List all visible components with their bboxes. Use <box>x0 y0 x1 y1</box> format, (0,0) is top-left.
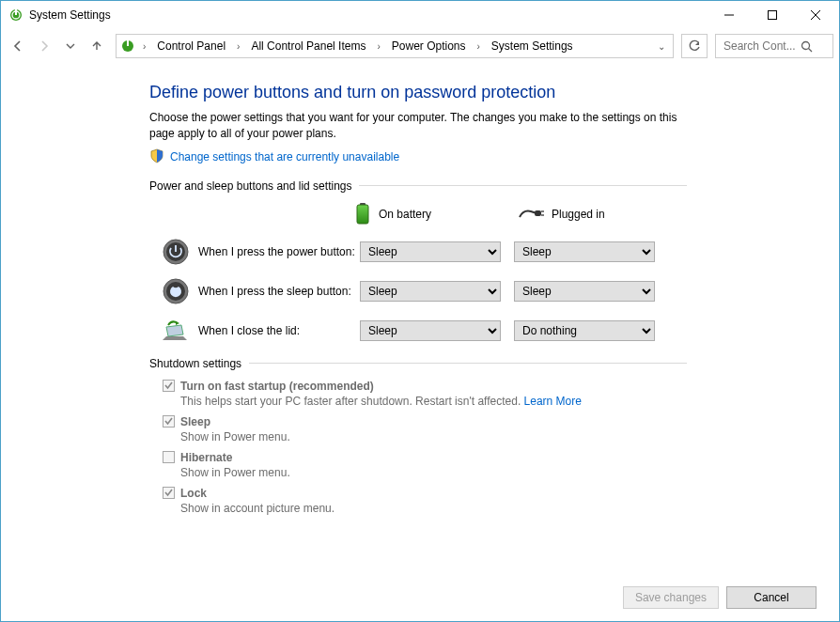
power-button-plugged-select[interactable]: Sleep <box>514 241 655 262</box>
fast-startup-checkbox[interactable] <box>163 380 175 392</box>
svg-rect-4 <box>769 11 777 20</box>
sleep-button-plugged-select[interactable]: Sleep <box>514 281 655 302</box>
admin-link-row: Change settings that are currently unava… <box>149 148 687 166</box>
checkbox-sub: This helps start your PC faster after sh… <box>180 395 687 408</box>
save-changes-button[interactable]: Save changes <box>623 586 719 609</box>
sleep-item: Sleep Show in Power menu. <box>163 415 687 443</box>
breadcrumb-dropdown[interactable]: ⌄ <box>654 41 669 52</box>
search-input[interactable] <box>722 39 801 54</box>
checkbox-label: Turn on fast startup (recommended) <box>180 380 374 393</box>
breadcrumb[interactable]: › Control Panel › All Control Panel Item… <box>116 34 674 58</box>
power-button-row: When I press the power button: Sleep Sle… <box>149 239 687 265</box>
hibernate-item: Hibernate Show in Power menu. <box>163 451 687 479</box>
back-button[interactable] <box>7 33 29 59</box>
nav-bar: › Control Panel › All Control Panel Item… <box>1 29 839 64</box>
plug-icon <box>518 206 544 224</box>
hibernate-checkbox[interactable] <box>163 451 175 463</box>
learn-more-link[interactable]: Learn More <box>524 395 582 408</box>
svg-rect-13 <box>535 210 541 216</box>
section-heading-buttons: Power and sleep buttons and lid settings <box>149 179 687 193</box>
window-title: System Settings <box>29 8 111 22</box>
section-heading-shutdown: Shutdown settings <box>149 357 687 370</box>
app-icon <box>8 8 23 23</box>
close-button[interactable] <box>794 1 837 29</box>
shield-icon <box>149 148 164 166</box>
sleep-button-row: When I press the sleep button: Sleep Sle… <box>149 278 687 304</box>
svg-rect-8 <box>127 40 129 46</box>
checkbox-label: Sleep <box>180 415 210 428</box>
sleep-checkbox[interactable] <box>163 415 175 428</box>
search-box[interactable] <box>715 34 833 58</box>
cancel-button[interactable]: Cancel <box>726 586 817 609</box>
breadcrumb-item[interactable]: Power Options <box>388 38 470 54</box>
row-label: When I close the lid: <box>198 324 360 337</box>
breadcrumb-item[interactable]: All Control Panel Items <box>247 38 369 54</box>
search-icon <box>801 40 813 53</box>
svg-rect-12 <box>357 205 368 224</box>
laptop-lid-icon <box>163 318 189 344</box>
refresh-button[interactable] <box>681 34 708 58</box>
up-button[interactable] <box>86 33 108 59</box>
minimize-button[interactable] <box>708 1 751 29</box>
row-label: When I press the power button: <box>198 245 360 258</box>
chevron-right-icon[interactable]: › <box>233 41 243 52</box>
column-headers: On battery Plugged in <box>354 202 687 227</box>
breadcrumb-item[interactable]: Control Panel <box>153 38 229 54</box>
chevron-right-icon[interactable]: › <box>373 41 383 52</box>
page-description: Choose the power settings that you want … <box>149 110 687 143</box>
lid-plugged-select[interactable]: Do nothing <box>514 320 655 341</box>
lid-row: When I close the lid: Sleep Do nothing <box>149 318 687 344</box>
chevron-right-icon[interactable]: › <box>474 41 484 52</box>
svg-line-10 <box>809 48 813 52</box>
battery-icon <box>354 202 371 227</box>
fast-startup-item: Turn on fast startup (recommended) This … <box>163 380 687 408</box>
lock-checkbox[interactable] <box>163 487 175 499</box>
checkbox-sub: Show in Power menu. <box>180 430 687 443</box>
breadcrumb-item[interactable]: System Settings <box>488 38 577 54</box>
power-button-battery-select[interactable]: Sleep <box>360 241 501 262</box>
checkbox-label: Lock <box>180 487 207 500</box>
plugged-in-header: Plugged in <box>518 206 659 224</box>
recent-locations-button[interactable] <box>59 33 82 59</box>
forward-button[interactable] <box>33 33 55 59</box>
svg-rect-1 <box>15 9 17 15</box>
lid-battery-select[interactable]: Sleep <box>360 320 501 341</box>
shutdown-settings-list: Turn on fast startup (recommended) This … <box>163 380 687 515</box>
titlebar: System Settings <box>1 1 839 29</box>
footer: Save changes Cancel <box>1 573 839 621</box>
window: System Settings › Control Panel › All Co… <box>0 0 840 622</box>
svg-point-9 <box>802 41 810 49</box>
checkbox-label: Hibernate <box>180 451 232 464</box>
lock-item: Lock Show in account picture menu. <box>163 487 687 515</box>
power-options-icon <box>120 39 135 54</box>
power-button-icon <box>163 239 189 265</box>
checkbox-sub: Show in Power menu. <box>180 466 687 479</box>
page-title: Define power buttons and turn on passwor… <box>149 83 687 102</box>
row-label: When I press the sleep button: <box>198 285 360 298</box>
content-area: Define power buttons and turn on passwor… <box>1 64 839 573</box>
maximize-button[interactable] <box>751 1 794 29</box>
checkbox-sub: Show in account picture menu. <box>180 502 687 515</box>
chevron-right-icon[interactable]: › <box>139 41 149 52</box>
sleep-button-battery-select[interactable]: Sleep <box>360 281 501 302</box>
on-battery-header: On battery <box>354 202 508 227</box>
sleep-button-icon <box>163 278 189 304</box>
change-settings-link[interactable]: Change settings that are currently unava… <box>170 150 399 163</box>
